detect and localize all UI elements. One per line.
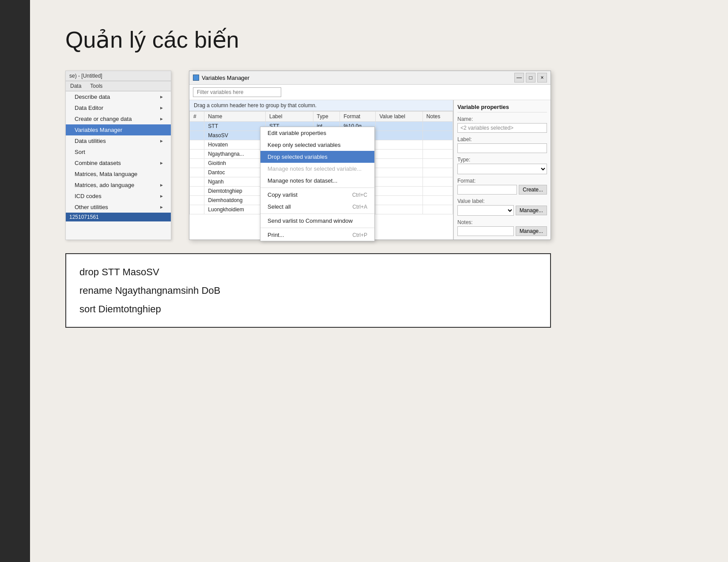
ctx-item-keep-only-selected-variables[interactable]: Keep only selected variables — [260, 139, 374, 151]
vm-cell-# — [190, 177, 204, 187]
vm-col-format: Format — [340, 112, 376, 122]
vp-notes-label: Notes: — [457, 219, 547, 225]
vm-title: Variables Manager — [202, 75, 249, 81]
menu-item-combine-datasets[interactable]: Combine datasets► — [66, 157, 171, 169]
ctx-item-label: Print... — [268, 232, 284, 238]
ctx-divider — [260, 228, 374, 228]
vm-cell-# — [190, 150, 204, 159]
menu-item-data-editor[interactable]: Data Editor► — [66, 102, 171, 113]
menu-title-bar: se) - [Untitled] — [66, 71, 171, 81]
vm-cell-notes — [422, 196, 453, 205]
vm-cell-# — [190, 168, 204, 177]
vm-cell-notes — [422, 159, 453, 168]
menu-item-variables-manager[interactable]: Variables Manager — [66, 124, 171, 135]
vp-name-label: Name: — [457, 116, 547, 122]
menu-item-matrices-mata-language[interactable]: Matrices, Mata language — [66, 169, 171, 180]
code-line: sort Diemtotnghiep — [79, 300, 537, 318]
left-sidebar — [0, 0, 30, 562]
menu-item-label: Variables Manager — [75, 127, 122, 133]
vm-filter-input[interactable] — [193, 87, 281, 97]
vp-valuelabel-manage-btn[interactable]: Manage... — [516, 206, 547, 215]
vp-type-select[interactable] — [457, 164, 547, 174]
vm-close-btn[interactable]: × — [537, 73, 547, 82]
menu-item-arrow: ► — [159, 105, 164, 110]
vm-minimize-btn[interactable]: — — [514, 73, 524, 82]
vp-type-label: Type: — [457, 157, 547, 163]
ctx-item-send-varlist-to-command-window[interactable]: Send varlist to Command window — [260, 215, 374, 227]
vm-cell-# — [190, 205, 204, 214]
vp-format-label: Format: — [457, 178, 547, 184]
vp-valuelabel-row: Manage... — [457, 205, 547, 216]
vm-filter-bar — [189, 85, 551, 100]
vp-format-input[interactable] — [457, 185, 517, 195]
ctx-item-edit-variable-properties[interactable]: Edit variable properties — [260, 127, 374, 139]
vm-window-icon — [193, 75, 199, 81]
vp-name-input[interactable] — [457, 123, 547, 133]
menu-item-describe-data[interactable]: Describe data► — [66, 91, 171, 102]
vp-label-input[interactable] — [457, 143, 547, 153]
vm-cell-name: Luongkhoidiem — [204, 205, 266, 214]
ctx-item-print[interactable]: Print...Ctrl+P — [260, 229, 374, 241]
menu-item-arrow: ► — [159, 205, 164, 210]
vm-body: Drag a column header here to group by th… — [189, 100, 551, 240]
vp-notes-input[interactable] — [457, 226, 514, 236]
vm-cell-value label — [376, 187, 422, 196]
menu-item-other-utilities[interactable]: Other utilities► — [66, 202, 171, 213]
vp-format-create-btn[interactable]: Create... — [519, 185, 547, 195]
menu-tab-bar: Data Tools — [66, 81, 171, 91]
menu-item-create-or-change-data[interactable]: Create or change data► — [66, 113, 171, 124]
vm-titlebar-left: Variables Manager — [193, 75, 249, 81]
ctx-item-select-all[interactable]: Select allCtrl+A — [260, 201, 374, 213]
menu-item-arrow: ► — [159, 94, 164, 99]
menu-item-arrow: ► — [159, 139, 164, 143]
vp-valuelabel-label: Value label: — [457, 198, 547, 204]
ctx-item-drop-selected-variables[interactable]: Drop selected variables — [260, 151, 374, 163]
menu-item-arrow: ► — [159, 116, 164, 121]
vm-titlebar-controls: — □ × — [514, 73, 547, 82]
vm-cell-value label — [376, 150, 422, 159]
code-line: rename Ngaythangnamsinh DoB — [79, 281, 537, 300]
vp-valuelabel-select[interactable] — [457, 205, 514, 216]
variable-properties-panel: Variable properties Name: Label: Type: F… — [453, 100, 551, 240]
vm-cell-notes — [422, 131, 453, 140]
ctx-item-label: Drop selected variables — [268, 154, 328, 160]
vm-cell-notes — [422, 177, 453, 187]
ctx-item-label: Keep only selected variables — [268, 142, 341, 148]
vm-cell-value label — [376, 159, 422, 168]
ctx-item-copy-varlist[interactable]: Copy varlistCtrl+C — [260, 189, 374, 201]
ctx-item-manage-notes-for-dataset[interactable]: Manage notes for dataset... — [260, 175, 374, 187]
vm-cell-name: Diemtotnghiep — [204, 187, 266, 196]
menu-item-label: Data utilities — [75, 138, 106, 144]
vp-notes-manage-btn[interactable]: Manage... — [516, 226, 547, 236]
menu-item-label: Describe data — [75, 94, 110, 100]
menu-item-label: Matrices, ado language — [75, 182, 134, 188]
vp-notes-row: Manage... — [457, 226, 547, 236]
menu-tab-data[interactable]: Data — [66, 81, 86, 91]
vm-cell-value label — [376, 196, 422, 205]
menu-item-matrices-ado-language[interactable]: Matrices, ado language► — [66, 180, 171, 191]
menu-tab-tools[interactable]: Tools — [86, 81, 107, 91]
menu-item-data-utilities[interactable]: Data utilities► — [66, 135, 171, 146]
vm-cell-notes — [422, 122, 453, 131]
ctx-item-label: Select all — [268, 203, 291, 210]
vm-cell-value label — [376, 168, 422, 177]
vm-cell-notes — [422, 168, 453, 177]
context-menu: Edit variable propertiesKeep only select… — [260, 127, 375, 241]
vm-cell-notes — [422, 205, 453, 214]
vm-cell-name: STT — [204, 122, 266, 131]
vm-cell-value label — [376, 122, 422, 131]
vm-cell-value label — [376, 131, 422, 140]
menu-item-icd-codes[interactable]: ICD codes► — [66, 191, 171, 202]
menu-panel: se) - [Untitled] Data Tools Describe dat… — [65, 71, 171, 240]
vm-table-header-row: #NameLabelTypeFormatValue labelNotes — [190, 112, 453, 122]
vm-cell-name: Diemhoatdong — [204, 196, 266, 205]
vm-table-area: Drag a column header here to group by th… — [189, 100, 453, 240]
vm-cell-value label — [376, 205, 422, 214]
vm-cell-# — [190, 187, 204, 196]
vm-cell-name: Gioitinh — [204, 159, 266, 168]
menu-item-sort[interactable]: Sort — [66, 146, 171, 157]
vm-cell-name: Ngaythangna... — [204, 150, 266, 159]
vm-maximize-btn[interactable]: □ — [526, 73, 536, 82]
menu-item-label: Matrices, Mata language — [75, 171, 137, 177]
ctx-divider — [260, 214, 374, 214]
